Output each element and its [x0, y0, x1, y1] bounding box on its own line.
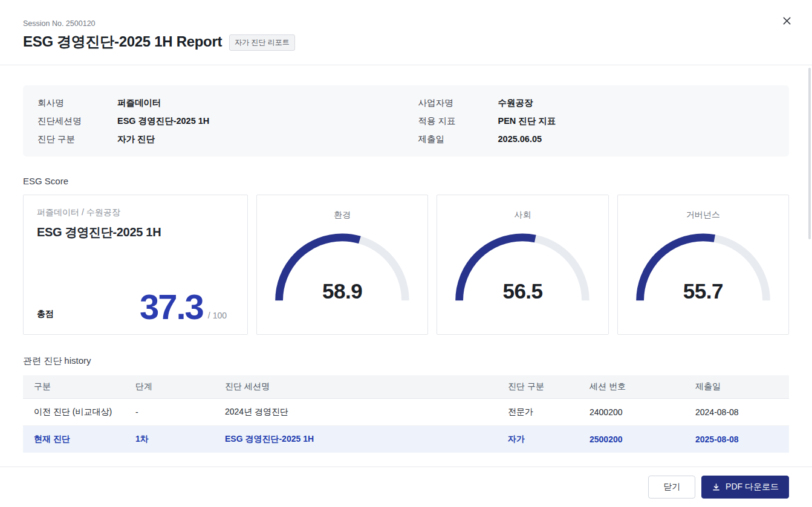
- gauge-value: 55.7: [633, 279, 773, 303]
- table-row-current[interactable]: 현재 진단 1차 ESG 경영진단-2025 1H 자가 2500200 202…: [23, 426, 789, 453]
- table-cell: 자가: [497, 426, 579, 453]
- info-row: 적용 지표 PEN 진단 지표: [418, 112, 775, 130]
- gauge: 55.7: [633, 230, 773, 303]
- info-value: 자가 진단: [117, 130, 155, 148]
- history-table: 구분 단계 진단 세션명 진단 구분 세션 번호 제출일 이전 진단 (비교대상…: [23, 375, 789, 453]
- info-value: 2025.06.05: [498, 130, 542, 148]
- table-cell: ESG 경영진단-2025 1H: [214, 426, 497, 453]
- info-value: ESG 경영진단-2025 1H: [117, 112, 209, 130]
- info-value: 수원공장: [498, 94, 533, 112]
- gauge-card-environment: 환경 58.9: [256, 195, 428, 335]
- gauge-card-governance: 거버넌스 55.7: [617, 195, 789, 335]
- scrollbar-thumb[interactable]: [808, 68, 811, 239]
- table-cell: 전문가: [497, 399, 579, 426]
- table-header-row: 구분 단계 진단 세션명 진단 구분 세션 번호 제출일: [23, 375, 789, 399]
- gauge: 58.9: [272, 230, 412, 303]
- summary-session-name: ESG 경영진단-2025 1H: [37, 224, 234, 241]
- column-header: 제출일: [684, 375, 789, 399]
- close-modal-button[interactable]: 닫기: [648, 476, 695, 499]
- modal-body: 회사명 퍼즐데이터 진단세션명 ESG 경영진단-2025 1H 진단 구분 자…: [0, 65, 812, 467]
- info-label: 적용 지표: [418, 112, 498, 130]
- info-label: 진단세션명: [37, 112, 117, 130]
- total-score-value: 37.3: [140, 289, 203, 325]
- page-title: ESG 경영진단-2025 1H Report: [23, 32, 222, 51]
- modal-header: Session No. 2500120 ESG 경영진단-2025 1H Rep…: [0, 0, 812, 65]
- esg-score-heading: ESG Score: [23, 176, 789, 186]
- info-row: 회사명 퍼즐데이터: [37, 94, 394, 112]
- table-cell: 이전 진단 (비교대상): [23, 399, 125, 426]
- table-cell: 1차: [125, 426, 214, 453]
- gauge-value: 56.5: [452, 279, 593, 303]
- column-header: 구분: [23, 375, 125, 399]
- gauge-title: 사회: [514, 210, 531, 221]
- info-label: 회사명: [37, 94, 117, 112]
- download-icon: [712, 483, 721, 492]
- gauge-card-social: 사회 56.5: [437, 195, 608, 335]
- gauge: 56.5: [452, 230, 593, 303]
- info-row: 진단 구분 자가 진단: [37, 130, 394, 148]
- table-cell: 현재 진단: [23, 426, 125, 453]
- report-type-badge: 자가 진단 리포트: [229, 34, 295, 51]
- score-summary-card: 퍼즐데이터 / 수원공장 ESG 경영진단-2025 1H 총점 37.3 / …: [23, 195, 248, 335]
- total-score-max: / 100: [208, 311, 227, 325]
- pdf-download-button[interactable]: PDF 다운로드: [701, 476, 789, 499]
- gauge-title: 환경: [334, 210, 351, 221]
- table-cell: 2500200: [579, 426, 684, 453]
- session-number: Session No. 2500120: [23, 19, 788, 28]
- info-row: 제출일 2025.06.05: [418, 130, 775, 148]
- info-label: 제출일: [418, 130, 498, 148]
- info-row: 사업자명 수원공장: [418, 94, 775, 112]
- table-cell: 2024년 경영진단: [214, 399, 497, 426]
- score-cards: 퍼즐데이터 / 수원공장 ESG 경영진단-2025 1H 총점 37.3 / …: [23, 195, 789, 335]
- column-header: 세션 번호: [579, 375, 684, 399]
- modal-footer: 닫기 PDF 다운로드: [0, 467, 812, 507]
- info-value: 퍼즐데이터: [117, 94, 161, 112]
- summary-company: 퍼즐데이터 / 수원공장: [37, 207, 234, 218]
- gauge-title: 거버넌스: [686, 210, 720, 221]
- pdf-download-label: PDF 다운로드: [726, 482, 779, 492]
- info-label: 사업자명: [418, 94, 498, 112]
- info-label: 진단 구분: [37, 130, 117, 148]
- close-icon: [782, 16, 791, 27]
- info-row: 진단세션명 ESG 경영진단-2025 1H: [37, 112, 394, 130]
- table-cell: 2024-08-08: [684, 399, 789, 426]
- table-row[interactable]: 이전 진단 (비교대상) - 2024년 경영진단 전문가 2400200 20…: [23, 399, 789, 426]
- close-button[interactable]: [778, 13, 795, 30]
- column-header: 진단 세션명: [214, 375, 497, 399]
- company-info-panel: 회사명 퍼즐데이터 진단세션명 ESG 경영진단-2025 1H 진단 구분 자…: [23, 85, 789, 157]
- column-header: 단계: [125, 375, 214, 399]
- gauge-value: 58.9: [272, 279, 412, 303]
- table-cell: 2025-08-08: [684, 426, 789, 453]
- info-value: PEN 진단 지표: [498, 112, 556, 130]
- total-score-label: 총점: [37, 309, 54, 325]
- table-cell: -: [125, 399, 214, 426]
- report-modal: Session No. 2500120 ESG 경영진단-2025 1H Rep…: [0, 0, 812, 507]
- history-heading: 관련 진단 history: [23, 355, 789, 367]
- column-header: 진단 구분: [497, 375, 579, 399]
- table-cell: 2400200: [579, 399, 684, 426]
